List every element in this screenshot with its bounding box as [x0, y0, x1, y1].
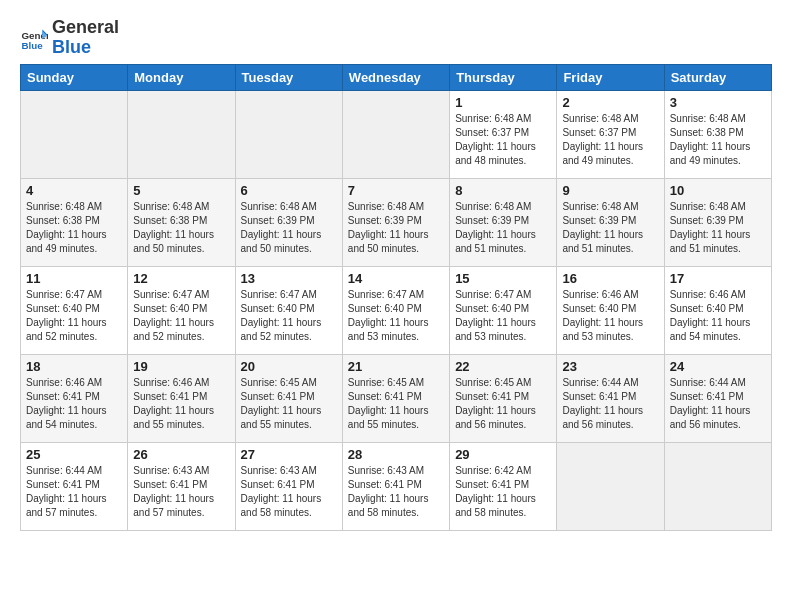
day-number: 19	[133, 359, 229, 374]
day-info: Sunrise: 6:48 AM Sunset: 6:38 PM Dayligh…	[26, 200, 122, 256]
logo: General Blue General Blue	[20, 18, 119, 58]
day-info: Sunrise: 6:47 AM Sunset: 6:40 PM Dayligh…	[133, 288, 229, 344]
calendar-cell: 8Sunrise: 6:48 AM Sunset: 6:39 PM Daylig…	[450, 178, 557, 266]
day-info: Sunrise: 6:42 AM Sunset: 6:41 PM Dayligh…	[455, 464, 551, 520]
day-number: 5	[133, 183, 229, 198]
calendar-cell: 2Sunrise: 6:48 AM Sunset: 6:37 PM Daylig…	[557, 90, 664, 178]
calendar-cell	[342, 90, 449, 178]
day-number: 27	[241, 447, 337, 462]
calendar-cell: 19Sunrise: 6:46 AM Sunset: 6:41 PM Dayli…	[128, 354, 235, 442]
calendar-cell: 15Sunrise: 6:47 AM Sunset: 6:40 PM Dayli…	[450, 266, 557, 354]
day-number: 20	[241, 359, 337, 374]
day-info: Sunrise: 6:43 AM Sunset: 6:41 PM Dayligh…	[241, 464, 337, 520]
calendar-cell: 9Sunrise: 6:48 AM Sunset: 6:39 PM Daylig…	[557, 178, 664, 266]
calendar-week-row: 18Sunrise: 6:46 AM Sunset: 6:41 PM Dayli…	[21, 354, 772, 442]
calendar-cell: 16Sunrise: 6:46 AM Sunset: 6:40 PM Dayli…	[557, 266, 664, 354]
calendar-day-header: Wednesday	[342, 64, 449, 90]
day-number: 10	[670, 183, 766, 198]
calendar-cell: 29Sunrise: 6:42 AM Sunset: 6:41 PM Dayli…	[450, 442, 557, 530]
calendar-cell: 6Sunrise: 6:48 AM Sunset: 6:39 PM Daylig…	[235, 178, 342, 266]
day-number: 17	[670, 271, 766, 286]
day-number: 12	[133, 271, 229, 286]
day-number: 15	[455, 271, 551, 286]
calendar-cell: 28Sunrise: 6:43 AM Sunset: 6:41 PM Dayli…	[342, 442, 449, 530]
day-number: 28	[348, 447, 444, 462]
calendar-week-row: 1Sunrise: 6:48 AM Sunset: 6:37 PM Daylig…	[21, 90, 772, 178]
day-info: Sunrise: 6:46 AM Sunset: 6:41 PM Dayligh…	[26, 376, 122, 432]
day-info: Sunrise: 6:44 AM Sunset: 6:41 PM Dayligh…	[26, 464, 122, 520]
day-number: 3	[670, 95, 766, 110]
calendar-day-header: Friday	[557, 64, 664, 90]
day-info: Sunrise: 6:45 AM Sunset: 6:41 PM Dayligh…	[348, 376, 444, 432]
calendar-cell: 14Sunrise: 6:47 AM Sunset: 6:40 PM Dayli…	[342, 266, 449, 354]
page: General Blue General Blue SundayMondayTu…	[0, 0, 792, 612]
calendar-cell: 20Sunrise: 6:45 AM Sunset: 6:41 PM Dayli…	[235, 354, 342, 442]
calendar-cell: 25Sunrise: 6:44 AM Sunset: 6:41 PM Dayli…	[21, 442, 128, 530]
day-info: Sunrise: 6:47 AM Sunset: 6:40 PM Dayligh…	[26, 288, 122, 344]
calendar-cell: 23Sunrise: 6:44 AM Sunset: 6:41 PM Dayli…	[557, 354, 664, 442]
day-info: Sunrise: 6:43 AM Sunset: 6:41 PM Dayligh…	[348, 464, 444, 520]
day-number: 8	[455, 183, 551, 198]
calendar-cell: 10Sunrise: 6:48 AM Sunset: 6:39 PM Dayli…	[664, 178, 771, 266]
day-number: 18	[26, 359, 122, 374]
day-info: Sunrise: 6:48 AM Sunset: 6:39 PM Dayligh…	[562, 200, 658, 256]
calendar-cell: 21Sunrise: 6:45 AM Sunset: 6:41 PM Dayli…	[342, 354, 449, 442]
day-info: Sunrise: 6:47 AM Sunset: 6:40 PM Dayligh…	[241, 288, 337, 344]
day-number: 24	[670, 359, 766, 374]
calendar-cell: 18Sunrise: 6:46 AM Sunset: 6:41 PM Dayli…	[21, 354, 128, 442]
calendar-cell: 27Sunrise: 6:43 AM Sunset: 6:41 PM Dayli…	[235, 442, 342, 530]
calendar-day-header: Tuesday	[235, 64, 342, 90]
day-info: Sunrise: 6:44 AM Sunset: 6:41 PM Dayligh…	[670, 376, 766, 432]
day-info: Sunrise: 6:48 AM Sunset: 6:39 PM Dayligh…	[241, 200, 337, 256]
calendar-cell	[664, 442, 771, 530]
calendar-cell: 22Sunrise: 6:45 AM Sunset: 6:41 PM Dayli…	[450, 354, 557, 442]
day-number: 25	[26, 447, 122, 462]
day-info: Sunrise: 6:47 AM Sunset: 6:40 PM Dayligh…	[348, 288, 444, 344]
day-number: 14	[348, 271, 444, 286]
calendar-day-header: Monday	[128, 64, 235, 90]
calendar-cell: 24Sunrise: 6:44 AM Sunset: 6:41 PM Dayli…	[664, 354, 771, 442]
calendar-table: SundayMondayTuesdayWednesdayThursdayFrid…	[20, 64, 772, 531]
calendar-cell	[128, 90, 235, 178]
calendar-week-row: 11Sunrise: 6:47 AM Sunset: 6:40 PM Dayli…	[21, 266, 772, 354]
calendar-day-header: Thursday	[450, 64, 557, 90]
day-number: 7	[348, 183, 444, 198]
day-info: Sunrise: 6:45 AM Sunset: 6:41 PM Dayligh…	[455, 376, 551, 432]
day-info: Sunrise: 6:48 AM Sunset: 6:38 PM Dayligh…	[133, 200, 229, 256]
day-number: 4	[26, 183, 122, 198]
day-info: Sunrise: 6:44 AM Sunset: 6:41 PM Dayligh…	[562, 376, 658, 432]
logo-general-text: General	[52, 18, 119, 38]
day-number: 21	[348, 359, 444, 374]
day-number: 2	[562, 95, 658, 110]
day-info: Sunrise: 6:46 AM Sunset: 6:40 PM Dayligh…	[562, 288, 658, 344]
day-number: 1	[455, 95, 551, 110]
day-number: 26	[133, 447, 229, 462]
logo-icon: General Blue	[20, 24, 48, 52]
calendar-week-row: 4Sunrise: 6:48 AM Sunset: 6:38 PM Daylig…	[21, 178, 772, 266]
day-number: 11	[26, 271, 122, 286]
calendar-cell: 7Sunrise: 6:48 AM Sunset: 6:39 PM Daylig…	[342, 178, 449, 266]
calendar-header-row: SundayMondayTuesdayWednesdayThursdayFrid…	[21, 64, 772, 90]
day-info: Sunrise: 6:48 AM Sunset: 6:38 PM Dayligh…	[670, 112, 766, 168]
calendar-cell: 26Sunrise: 6:43 AM Sunset: 6:41 PM Dayli…	[128, 442, 235, 530]
day-number: 16	[562, 271, 658, 286]
day-info: Sunrise: 6:43 AM Sunset: 6:41 PM Dayligh…	[133, 464, 229, 520]
header: General Blue General Blue	[20, 18, 772, 58]
day-number: 9	[562, 183, 658, 198]
day-number: 22	[455, 359, 551, 374]
calendar-cell: 1Sunrise: 6:48 AM Sunset: 6:37 PM Daylig…	[450, 90, 557, 178]
day-info: Sunrise: 6:48 AM Sunset: 6:39 PM Dayligh…	[670, 200, 766, 256]
calendar-day-header: Sunday	[21, 64, 128, 90]
day-info: Sunrise: 6:47 AM Sunset: 6:40 PM Dayligh…	[455, 288, 551, 344]
day-info: Sunrise: 6:48 AM Sunset: 6:37 PM Dayligh…	[455, 112, 551, 168]
day-info: Sunrise: 6:46 AM Sunset: 6:40 PM Dayligh…	[670, 288, 766, 344]
calendar-cell	[21, 90, 128, 178]
calendar-cell: 3Sunrise: 6:48 AM Sunset: 6:38 PM Daylig…	[664, 90, 771, 178]
calendar-cell: 5Sunrise: 6:48 AM Sunset: 6:38 PM Daylig…	[128, 178, 235, 266]
calendar-week-row: 25Sunrise: 6:44 AM Sunset: 6:41 PM Dayli…	[21, 442, 772, 530]
logo-blue-text: Blue	[52, 38, 119, 58]
day-info: Sunrise: 6:46 AM Sunset: 6:41 PM Dayligh…	[133, 376, 229, 432]
day-number: 13	[241, 271, 337, 286]
day-number: 23	[562, 359, 658, 374]
day-info: Sunrise: 6:48 AM Sunset: 6:37 PM Dayligh…	[562, 112, 658, 168]
